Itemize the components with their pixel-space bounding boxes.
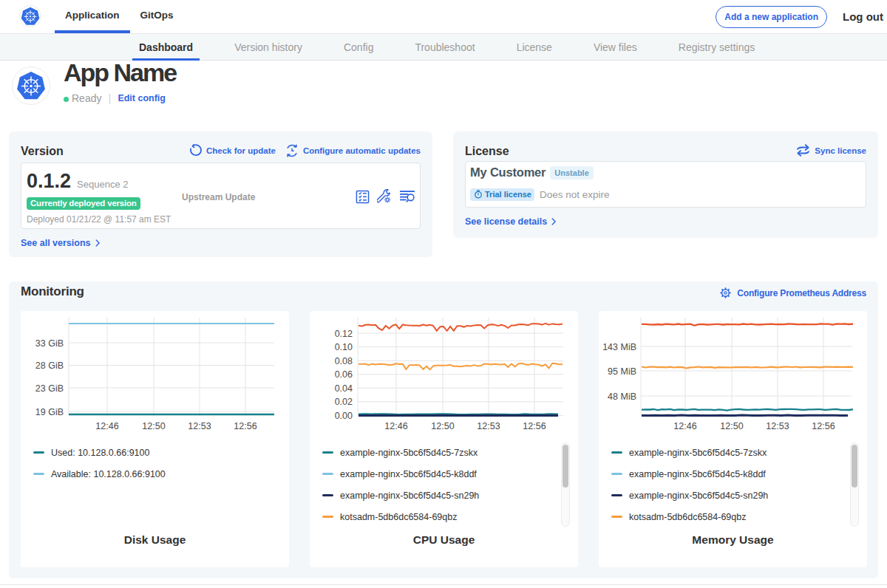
svg-text:12:50: 12:50	[431, 421, 454, 431]
svg-text:12:56: 12:56	[523, 421, 546, 431]
svg-text:33 GiB: 33 GiB	[35, 338, 64, 349]
svg-text:143 MiB: 143 MiB	[602, 342, 636, 352]
svg-text:12:50: 12:50	[720, 421, 743, 431]
svg-text:0.04: 0.04	[335, 383, 353, 394]
svg-text:0.08: 0.08	[335, 356, 353, 366]
svg-text:12:56: 12:56	[234, 421, 256, 431]
svg-text:0.12: 0.12	[335, 329, 353, 339]
svg-text:0.06: 0.06	[335, 369, 353, 380]
svg-text:0.10: 0.10	[335, 342, 353, 352]
svg-text:23 GiB: 23 GiB	[35, 383, 64, 394]
svg-text:12:56: 12:56	[812, 421, 835, 431]
svg-text:0.00: 0.00	[335, 411, 353, 421]
svg-text:95 MiB: 95 MiB	[608, 366, 636, 377]
svg-text:48 MiB: 48 MiB	[608, 392, 636, 402]
svg-text:12:53: 12:53	[188, 421, 211, 431]
svg-text:12:46: 12:46	[384, 421, 407, 431]
svg-text:12:53: 12:53	[766, 421, 789, 431]
svg-text:0.02: 0.02	[335, 397, 353, 407]
svg-text:19 GiB: 19 GiB	[35, 407, 64, 417]
svg-text:12:46: 12:46	[95, 421, 118, 431]
svg-text:28 GiB: 28 GiB	[35, 360, 64, 371]
svg-text:12:53: 12:53	[477, 421, 500, 431]
svg-text:12:46: 12:46	[673, 421, 696, 431]
svg-text:12:50: 12:50	[142, 421, 165, 431]
